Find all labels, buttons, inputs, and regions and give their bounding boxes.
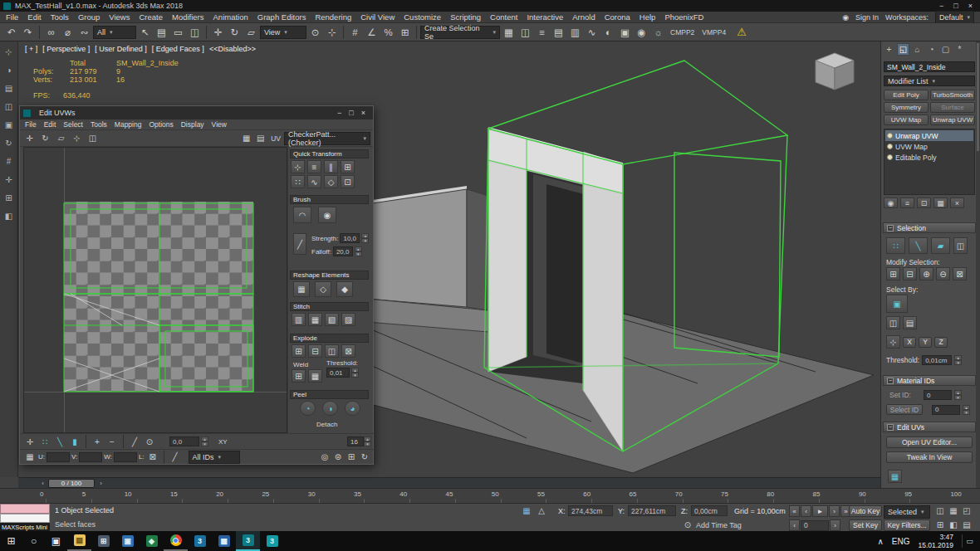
uvw-freeform-icon[interactable]: ⊹: [70, 132, 84, 145]
reshape-straighten-icon[interactable]: ◆: [336, 281, 353, 297]
stitch-to-target-icon[interactable]: ▦: [308, 313, 322, 326]
pelt-map-icon[interactable]: ◕: [345, 401, 360, 416]
select-object-icon[interactable]: ↖: [137, 25, 153, 40]
symmetry-button[interactable]: Symmetry: [884, 102, 929, 113]
zoom-extents-icon[interactable]: ↻: [358, 451, 371, 463]
select-by-name-icon[interactable]: ▤: [154, 25, 169, 40]
time-slider-handle[interactable]: 0 / 100: [48, 479, 95, 488]
zoom-icon[interactable]: ◎: [318, 451, 331, 463]
next-frame-button[interactable]: ›: [829, 505, 840, 517]
align-to-edge-icon[interactable]: ⊞: [341, 160, 355, 173]
viewport-menu-plus[interactable]: [ + ]: [25, 45, 37, 53]
peel-header[interactable]: Peel: [290, 390, 369, 399]
redo-icon[interactable]: ↷: [20, 25, 36, 40]
u-field[interactable]: [47, 452, 70, 462]
edit-poly-button[interactable]: Edit Poly: [884, 90, 929, 100]
edit-named-sets-icon[interactable]: ▦: [501, 25, 517, 40]
mirror-icon[interactable]: ◫: [517, 25, 533, 40]
minimize-button[interactable]: −: [939, 2, 943, 10]
menu-file[interactable]: File: [6, 12, 18, 22]
maximize-button[interactable]: □: [953, 2, 958, 10]
collapse-icon[interactable]: −: [887, 424, 894, 431]
frame-forward-button[interactable]: ›: [830, 519, 840, 531]
angle-snap-icon[interactable]: ∠: [364, 25, 380, 40]
side-tool-10-icon[interactable]: ◧: [2, 210, 17, 222]
curve-editor-icon[interactable]: ∿: [584, 25, 600, 40]
use-pivot-center-icon[interactable]: ⊙: [307, 25, 323, 40]
menu-rendering[interactable]: Rendering: [315, 12, 351, 22]
taskbar-3dsmax-active[interactable]: 3: [236, 531, 260, 551]
z-coordinate-field[interactable]: 0,00cm: [691, 505, 728, 516]
viewport-menu-view[interactable]: [ Perspective ]: [42, 45, 90, 53]
menu-corona[interactable]: Corona: [605, 12, 630, 22]
lock-selection-icon[interactable]: ⊠: [146, 451, 159, 463]
current-frame-field[interactable]: 0: [801, 520, 829, 531]
explode-header[interactable]: Explode: [290, 334, 369, 343]
key-filters-button[interactable]: Key Filters...: [884, 519, 930, 531]
selection-region-icon[interactable]: ▭: [170, 25, 186, 40]
stitch-to-source-icon[interactable]: ▧: [325, 313, 339, 326]
brush-header[interactable]: Brush: [290, 195, 369, 204]
menu-group[interactable]: Group: [78, 12, 100, 22]
select-scale-icon[interactable]: ▱: [243, 25, 259, 40]
relax-brush-icon[interactable]: ◉: [318, 207, 336, 223]
collapse-icon[interactable]: −: [887, 378, 894, 384]
mute-icon[interactable]: ◫: [933, 505, 947, 516]
uv-brush-icon[interactable]: ╱: [169, 451, 182, 463]
object-name-field[interactable]: SM_Wall_2_Inside: [884, 61, 975, 72]
menu-content[interactable]: Content: [490, 12, 517, 22]
uvw-menu-mapping[interactable]: Mapping: [115, 120, 142, 129]
visibility-bulb-icon[interactable]: [887, 144, 893, 149]
ribbon-toggle-icon[interactable]: ▥: [567, 25, 583, 40]
select-id-spinner[interactable]: ▴▾: [963, 405, 970, 415]
uv-grow-icon[interactable]: +: [91, 436, 104, 448]
strength-spinner[interactable]: ▴▾: [361, 233, 369, 243]
viewcube[interactable]: [806, 46, 864, 100]
taskbar-app-green[interactable]: ◆: [140, 531, 164, 551]
rotate-90-icon[interactable]: ⊡: [341, 175, 355, 188]
grid-size-field[interactable]: 16: [347, 436, 364, 446]
align-horizontal-icon[interactable]: ⊹: [291, 160, 305, 173]
explode-faces-icon[interactable]: ⊟: [308, 344, 322, 358]
falloff-field[interactable]: 20,0: [333, 246, 353, 256]
space-vertical-icon[interactable]: ∿: [307, 175, 321, 188]
bind-spacewarp-icon[interactable]: ∾: [76, 25, 92, 40]
pin-stack-icon[interactable]: ◉: [884, 197, 898, 208]
break-icon[interactable]: ⊞: [292, 344, 306, 358]
side-tool-1-icon[interactable]: ⊹: [2, 46, 17, 58]
isolate-toggle-icon[interactable]: ▦: [520, 505, 533, 516]
tab-display[interactable]: ▢: [939, 43, 952, 56]
polygon-mode-icon[interactable]: ▰: [931, 237, 950, 254]
tweak-in-view-button[interactable]: Tweak In View: [886, 451, 973, 463]
texture-checker-dropdown[interactable]: CheckerPatt...(Checker): [284, 132, 370, 145]
stitch-custom-icon[interactable]: ▥: [292, 313, 306, 326]
menu-graph-editors[interactable]: Graph Editors: [257, 12, 306, 22]
menu-help[interactable]: Help: [639, 12, 656, 22]
uv-soft-selection-icon[interactable]: ⊙: [143, 436, 156, 448]
macro-recorder-pane[interactable]: [0, 504, 50, 514]
side-tool-6-icon[interactable]: ↻: [2, 137, 17, 149]
select-id-field[interactable]: 0: [932, 405, 960, 415]
select-move-icon[interactable]: ✛: [210, 25, 226, 40]
loop-selection-icon[interactable]: ⊖: [936, 267, 950, 280]
vertex-mode-icon[interactable]: ∷: [886, 237, 905, 254]
select-by-smoothing-icon[interactable]: ▤: [903, 316, 917, 329]
taskbar-file-explorer[interactable]: ▤: [67, 531, 91, 551]
uvw-menu-options[interactable]: Options: [149, 120, 173, 129]
turbosmooth-button[interactable]: TurboSmooth: [930, 90, 975, 100]
side-tool-5-icon[interactable]: ▣: [2, 119, 17, 131]
menu-create[interactable]: Create: [139, 12, 163, 22]
language-indicator[interactable]: ENG: [892, 537, 910, 546]
x-coordinate-field[interactable]: 274,43cm: [568, 505, 613, 516]
maximize-viewport-icon[interactable]: ◧: [947, 519, 960, 530]
menu-views[interactable]: Views: [109, 12, 130, 22]
menu-arnold[interactable]: Arnold: [572, 12, 595, 22]
reshape-header[interactable]: Reshape Elements: [290, 271, 369, 280]
visibility-bulb-icon[interactable]: [887, 154, 893, 160]
dialog-close-button[interactable]: ×: [361, 109, 365, 117]
threshold-field[interactable]: 0,01cm: [922, 355, 952, 365]
show-map-icon[interactable]: ▦: [239, 132, 253, 145]
sign-in-button[interactable]: Sign In: [855, 13, 879, 22]
align-icon[interactable]: ≡: [534, 25, 550, 40]
named-selection-dropdown[interactable]: Create Selection Se: [420, 26, 500, 39]
